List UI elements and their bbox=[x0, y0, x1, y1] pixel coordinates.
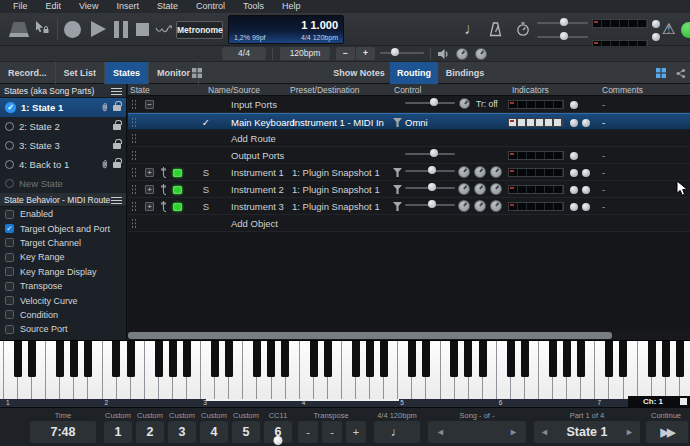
state-radio-icon[interactable] bbox=[5, 179, 14, 188]
sidebar-state-item-5[interactable]: New State bbox=[0, 174, 126, 193]
timer-icon[interactable] bbox=[516, 22, 530, 36]
row-destination[interactable]: Instrument 1 - MIDI In bbox=[292, 114, 384, 131]
sidebar-state-item-1[interactable]: 1: State 1 bbox=[0, 98, 126, 117]
prev-part-icon[interactable] bbox=[540, 421, 549, 443]
tempo-button[interactable]: 120bpm bbox=[280, 47, 330, 60]
filter-icon[interactable] bbox=[393, 118, 402, 127]
piano-key-black[interactable] bbox=[464, 341, 472, 377]
custom-value-2[interactable]: 2 bbox=[136, 421, 164, 443]
selected-state-icon[interactable] bbox=[5, 102, 16, 113]
piano-key-black[interactable] bbox=[127, 341, 135, 377]
expand-button[interactable] bbox=[145, 168, 154, 177]
filter-icon[interactable] bbox=[393, 202, 402, 211]
time-value[interactable]: 7:48 bbox=[30, 421, 96, 443]
tempo-slider[interactable] bbox=[380, 49, 424, 59]
table-view-icon[interactable] bbox=[656, 68, 666, 78]
piano-key-black[interactable] bbox=[70, 341, 78, 377]
lock-icon[interactable] bbox=[113, 124, 121, 130]
menu-icon[interactable] bbox=[111, 88, 122, 95]
pan-knob[interactable] bbox=[458, 166, 470, 178]
song-selector[interactable] bbox=[428, 421, 526, 443]
piano-key-black[interactable] bbox=[84, 341, 92, 377]
scrollbar-thumb[interactable] bbox=[128, 332, 612, 339]
drag-handle-icon[interactable] bbox=[131, 201, 137, 212]
expand-button[interactable] bbox=[145, 185, 154, 194]
share-icon[interactable] bbox=[675, 68, 686, 79]
piano-key-black[interactable] bbox=[211, 341, 219, 377]
behavior-item-condition[interactable]: Condition bbox=[0, 308, 126, 322]
row-name[interactable]: Instrument 1 bbox=[231, 164, 284, 181]
checkbox[interactable] bbox=[5, 310, 14, 319]
menu-insert[interactable]: Insert bbox=[107, 0, 148, 13]
table-row-instrument-3[interactable]: S Instrument 3 1: Plugin Snapshot 1 - bbox=[128, 198, 690, 215]
cc11-knob[interactable] bbox=[274, 436, 283, 445]
col-name-source[interactable]: Name/Source bbox=[208, 84, 260, 96]
piano-key-black[interactable] bbox=[577, 341, 585, 377]
fx-knob[interactable] bbox=[490, 183, 502, 195]
checkbox[interactable] bbox=[5, 224, 14, 233]
menu-view[interactable]: View bbox=[70, 0, 107, 13]
custom-value-1[interactable]: 1 bbox=[104, 421, 132, 443]
piano-key-black[interactable] bbox=[56, 341, 64, 377]
piano-key-black[interactable] bbox=[112, 341, 120, 377]
next-part-icon[interactable] bbox=[625, 421, 634, 443]
row-name[interactable]: Input Ports bbox=[231, 96, 277, 113]
sidebar-state-item-3[interactable]: 3: State 3 bbox=[0, 136, 126, 155]
send-knob[interactable] bbox=[474, 200, 486, 212]
drag-handle-icon[interactable] bbox=[131, 218, 137, 229]
piano-key-black[interactable] bbox=[183, 341, 191, 377]
gain-slider-1[interactable] bbox=[537, 19, 588, 29]
menu-file[interactable]: File bbox=[4, 0, 37, 13]
piano-key-black[interactable] bbox=[281, 341, 289, 377]
state-radio-icon[interactable] bbox=[5, 141, 14, 150]
active-led[interactable] bbox=[173, 186, 182, 194]
pause-button[interactable] bbox=[114, 21, 128, 38]
lock-icon[interactable] bbox=[113, 105, 121, 111]
checkbox[interactable] bbox=[5, 238, 14, 247]
continue-button[interactable] bbox=[646, 421, 688, 443]
filter-icon[interactable] bbox=[393, 168, 402, 177]
play-button[interactable] bbox=[91, 21, 106, 37]
transpose-button-2[interactable]: - bbox=[322, 421, 342, 443]
tempo-dec-button[interactable]: − bbox=[336, 47, 355, 60]
piano-key-black[interactable] bbox=[28, 341, 36, 377]
fx-knob[interactable] bbox=[490, 166, 502, 178]
note-icon[interactable]: ♩ bbox=[464, 19, 480, 39]
transpose-button-1[interactable]: - bbox=[298, 421, 318, 443]
tab-set-list[interactable]: Set List bbox=[56, 62, 106, 84]
menu-edit[interactable]: Edit bbox=[37, 0, 71, 13]
behavior-item-target-object-and-port[interactable]: Target Object and Port bbox=[0, 221, 126, 235]
row-name[interactable]: Main Keyboard bbox=[231, 114, 295, 131]
transpose-value[interactable]: Tr: off bbox=[476, 96, 498, 113]
piano-key-black[interactable] bbox=[408, 341, 416, 377]
checkbox[interactable] bbox=[5, 210, 14, 219]
filter-icon[interactable] bbox=[393, 185, 402, 194]
piano-key-black[interactable] bbox=[605, 341, 613, 377]
gain-slider[interactable] bbox=[405, 150, 455, 160]
record-button[interactable] bbox=[64, 21, 81, 38]
master-pan-knob[interactable] bbox=[475, 48, 487, 60]
piano-key-black[interactable] bbox=[507, 341, 515, 377]
gain-slider-2[interactable] bbox=[537, 33, 588, 43]
gain-slider[interactable] bbox=[405, 201, 455, 211]
col-preset-destination[interactable]: Preset/Destination bbox=[290, 84, 359, 96]
stop-button[interactable] bbox=[136, 23, 149, 36]
gain-slider[interactable] bbox=[405, 167, 455, 177]
table-row-main-keyboard[interactable]: Main Keyboard Instrument 1 - MIDI In Omn… bbox=[128, 113, 690, 130]
state-radio-icon[interactable] bbox=[5, 160, 14, 169]
channel-mode[interactable]: Omni bbox=[405, 114, 428, 131]
piano-key-black[interactable] bbox=[352, 341, 360, 377]
menu-icon[interactable] bbox=[111, 197, 122, 204]
speaker-icon[interactable] bbox=[437, 48, 450, 60]
piano-key-black[interactable] bbox=[479, 341, 487, 377]
live-mode-icon[interactable] bbox=[9, 22, 29, 37]
menu-control[interactable]: Control bbox=[187, 0, 234, 13]
timesig-button[interactable]: 4/4 bbox=[222, 47, 266, 60]
collapse-button[interactable] bbox=[145, 100, 154, 109]
drag-handle-icon[interactable] bbox=[131, 184, 137, 195]
prev-song-icon[interactable] bbox=[436, 421, 445, 443]
col-indicators[interactable]: Indicators bbox=[512, 84, 549, 96]
pan-knob[interactable] bbox=[458, 183, 470, 195]
sidebar-state-item-4[interactable]: 4: Back to 1 bbox=[0, 155, 126, 174]
send-knob[interactable] bbox=[474, 183, 486, 195]
